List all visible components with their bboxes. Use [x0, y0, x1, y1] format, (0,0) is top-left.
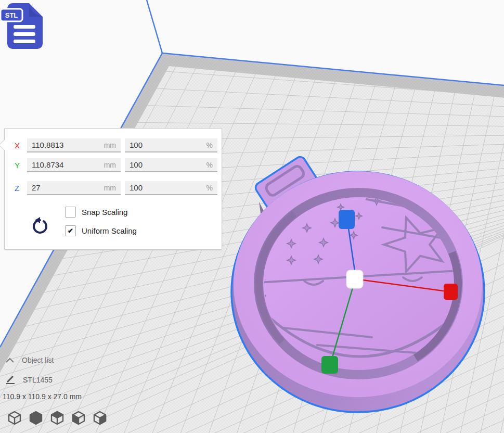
y-size-input[interactable]	[32, 160, 102, 169]
scale-handle-center[interactable]	[346, 270, 363, 288]
object-dimensions: 110.9 x 110.9 x 27.0 mm	[3, 392, 82, 401]
x-size-input[interactable]	[32, 141, 102, 149]
view-top-button[interactable]	[49, 410, 65, 426]
scale-tool-panel: X mm % Y mm % Z mm %	[4, 128, 222, 250]
y-size-field: mm	[27, 158, 121, 172]
z-size-input[interactable]	[32, 183, 102, 192]
object-list-header[interactable]: Object list	[5, 356, 54, 364]
y-size-unit: mm	[104, 161, 116, 169]
reset-scale-button[interactable]	[31, 215, 49, 235]
edit-pencil-icon	[5, 375, 16, 385]
axis-z-label: Z	[15, 184, 27, 193]
view-right-button[interactable]	[92, 410, 108, 426]
z-percent-field: %	[125, 181, 217, 195]
y-percent-unit: %	[206, 161, 213, 169]
x-size-unit: mm	[104, 141, 116, 149]
reset-icon	[31, 215, 49, 235]
scale-row-y: Y mm %	[15, 158, 217, 172]
uniform-scaling-label: Uniform Scaling	[82, 226, 137, 235]
x-percent-unit: %	[206, 141, 213, 149]
stl-badge-label: STL	[5, 11, 18, 19]
uniform-scaling-checkbox[interactable]: ✔	[65, 225, 76, 236]
scale-handle-y[interactable]	[321, 356, 338, 374]
uniform-scaling-row: ✔ Uniform Scaling	[65, 225, 137, 236]
x-percent-field: %	[125, 138, 217, 152]
scale-handle-x[interactable]	[444, 284, 458, 300]
y-percent-input[interactable]	[130, 160, 204, 169]
view-left-button[interactable]	[71, 410, 86, 426]
x-size-field: mm	[27, 138, 121, 152]
z-size-field: mm	[27, 181, 121, 195]
z-size-unit: mm	[104, 184, 116, 192]
view-front-button[interactable]	[28, 410, 44, 426]
scale-handle-z[interactable]	[339, 210, 355, 229]
scale-row-z: Z mm %	[15, 181, 217, 195]
z-percent-unit: %	[206, 184, 213, 192]
scale-row-x: X mm %	[15, 138, 217, 152]
axis-y-label: Y	[15, 161, 27, 170]
object-name: STL1455	[23, 376, 53, 384]
x-percent-input[interactable]	[130, 141, 204, 149]
snap-scaling-label: Snap Scaling	[82, 208, 127, 216]
chevron-up-icon	[5, 357, 15, 363]
view-3d-button[interactable]	[7, 410, 22, 426]
z-percent-input[interactable]	[130, 183, 204, 192]
view-presets-bar	[7, 410, 108, 426]
stl-file-icon: STL	[0, 1, 49, 51]
object-list-item[interactable]: STL1455	[5, 375, 53, 385]
axis-x-label: X	[15, 141, 27, 150]
snap-scaling-checkbox[interactable]	[65, 207, 76, 218]
object-list-title: Object list	[22, 356, 54, 364]
snap-scaling-row: Snap Scaling	[65, 207, 127, 218]
y-percent-field: %	[125, 158, 217, 172]
